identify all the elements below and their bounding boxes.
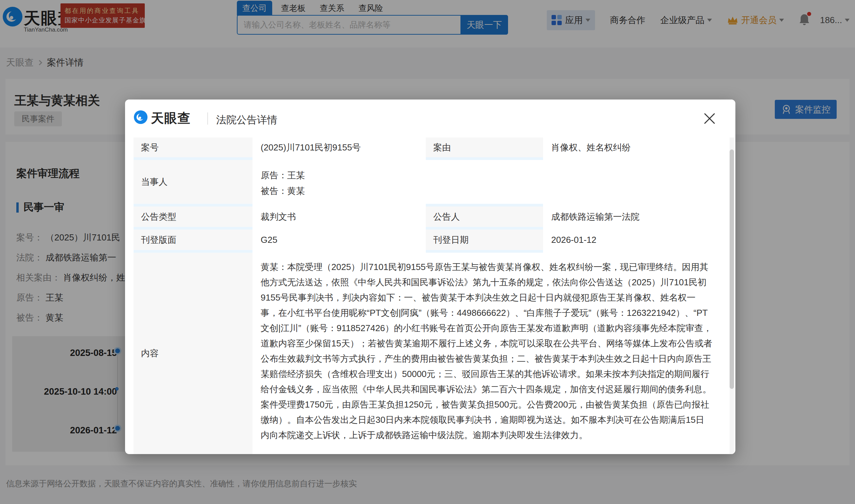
tianyancha-logo-icon xyxy=(134,110,147,125)
date-label: 刊登日期 xyxy=(426,230,543,250)
row-gap xyxy=(125,227,735,230)
announcer-value: 成都铁路运输第一法院 xyxy=(544,206,724,227)
modal-scrollbar-thumb[interactable] xyxy=(730,149,734,389)
table-row: 公告类型 裁判文书 公告人 成都铁路运输第一法院 xyxy=(125,206,735,227)
modal-title: 法院公告详情 xyxy=(216,113,277,127)
divider xyxy=(207,112,208,125)
page-value: G25 xyxy=(253,230,425,250)
modal-header: 天眼查 法院公告详情 xyxy=(125,100,735,138)
type-label: 公告类型 xyxy=(134,206,252,227)
page-label: 刊登版面 xyxy=(134,230,252,250)
row-gap xyxy=(125,204,735,206)
date-value: 2026-01-12 xyxy=(544,230,724,250)
case-no-label: 案号 xyxy=(134,138,252,157)
court-announcement-modal: 天眼查 法院公告详情 案号 (2025)川7101民初9155号 案由 肖像权、… xyxy=(125,100,735,454)
parties-label: 当事人 xyxy=(134,160,252,204)
plaintiff-line: 原告：王某 xyxy=(261,167,724,183)
type-value: 裁判文书 xyxy=(253,206,425,227)
cause-value: 肖像权、姓名权纠纷 xyxy=(544,138,724,157)
content-label: 内容 xyxy=(134,253,252,454)
row-gap xyxy=(125,250,735,253)
defendant-line: 被告：黄某 xyxy=(261,183,724,199)
announcement-content: 黄某：本院受理（2025）川7101民初9155号原告王某与被告黄某肖像权、姓名… xyxy=(261,259,713,443)
close-icon[interactable] xyxy=(702,111,717,126)
table-row: 当事人 原告：王某 被告：黄某 xyxy=(125,160,735,204)
announcer-label: 公告人 xyxy=(426,206,543,227)
row-gap xyxy=(125,157,735,160)
table-row: 案号 (2025)川7101民初9155号 案由 肖像权、姓名权纠纷 xyxy=(125,138,735,157)
parties-value: 原告：王某 被告：黄某 xyxy=(253,160,724,204)
cause-label: 案由 xyxy=(426,138,543,157)
table-row: 刊登版面 G25 刊登日期 2026-01-12 xyxy=(125,230,735,250)
case-no-value: (2025)川7101民初9155号 xyxy=(253,138,425,157)
modal-brand: 天眼查 xyxy=(151,110,191,127)
